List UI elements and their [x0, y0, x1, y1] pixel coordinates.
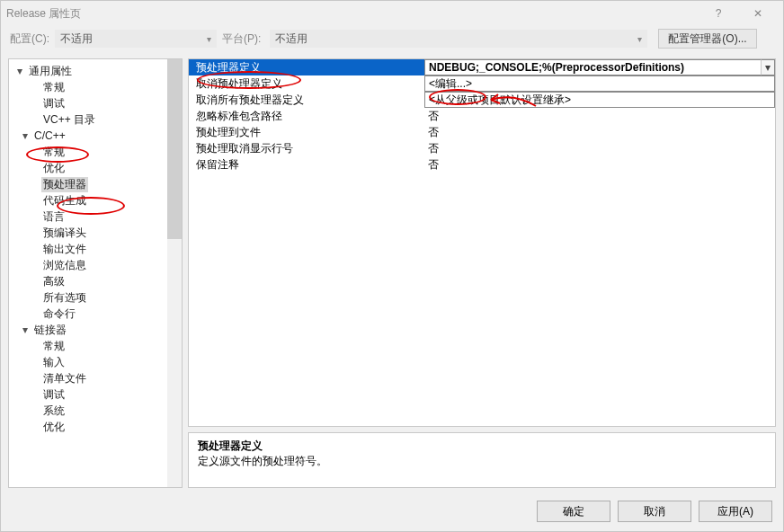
- chevron-down-icon: ▾: [207, 34, 211, 44]
- window-title: Release 属性页: [6, 6, 81, 22]
- platform-label: 平台(P):: [222, 31, 261, 47]
- tree-node[interactable]: 所有选项: [9, 289, 182, 306]
- grid-value[interactable]: 否: [424, 124, 775, 140]
- tree-node[interactable]: 输入: [9, 354, 182, 370]
- tree[interactable]: ▾通用属性常规调试VC++ 目录▾C/C++常规优化预处理器代码生成语言预编译头…: [8, 58, 183, 488]
- tree-node[interactable]: 调试: [9, 95, 182, 111]
- tree-node-label: 优化: [41, 161, 67, 176]
- description-body: 定义源文件的预处理符号。: [198, 454, 766, 469]
- platform-value: 不适用: [275, 31, 307, 47]
- tree-node-label: 调试: [41, 96, 67, 111]
- tree-node[interactable]: 优化: [9, 419, 182, 435]
- grid-row[interactable]: 预处理取消显示行号否: [189, 140, 775, 156]
- tree-node-label: 命令行: [41, 306, 77, 322]
- grid-label: 取消所有预处理器定义: [189, 92, 424, 108]
- tree-node-label: 常规: [41, 145, 67, 160]
- tree-node-label: VC++ 目录: [41, 112, 97, 128]
- grid-row[interactable]: 忽略标准包含路径否: [189, 108, 775, 124]
- grid-label: 预处理取消显示行号: [189, 140, 424, 156]
- grid-value[interactable]: NDEBUG;_CONSOLE;%(PreprocessorDefinition…: [424, 59, 761, 75]
- tree-node-label: 清单文件: [41, 371, 88, 386]
- grid-label: 忽略标准包含路径: [189, 108, 424, 124]
- grid-label: 取消预处理器定义: [189, 75, 424, 92]
- tree-node[interactable]: 浏览信息: [9, 257, 182, 273]
- tree-node[interactable]: VC++ 目录: [9, 111, 182, 128]
- tree-node[interactable]: ▾链接器: [9, 322, 182, 338]
- config-manager-button[interactable]: 配置管理器(O)...: [658, 29, 756, 49]
- grid-row[interactable]: 保留注释否: [189, 156, 775, 173]
- tree-node-label: 所有选项: [41, 290, 88, 306]
- grid-label: 预处理到文件: [189, 124, 424, 140]
- grid-value[interactable]: <编辑...>: [424, 75, 775, 92]
- tree-node[interactable]: 调试: [9, 386, 182, 403]
- cancel-button[interactable]: 取消: [618, 501, 691, 522]
- expand-icon[interactable]: ▾: [20, 129, 31, 142]
- grid-label: 预处理器定义: [189, 59, 424, 75]
- tree-node-label: 调试: [41, 387, 67, 403]
- tree-node[interactable]: 高级: [9, 273, 182, 289]
- grid-value[interactable]: 否: [424, 108, 775, 124]
- description-heading: 预处理器定义: [198, 439, 766, 454]
- tree-node[interactable]: 清单文件: [9, 370, 182, 386]
- scrollbar-track[interactable]: [167, 59, 182, 487]
- grid-label: 保留注释: [189, 156, 424, 173]
- tree-node-label: 输出文件: [41, 242, 88, 257]
- grid-row[interactable]: 预处理器定义NDEBUG;_CONSOLE;%(PreprocessorDefi…: [189, 59, 775, 75]
- tree-node-label: 代码生成: [41, 193, 88, 208]
- tree-node[interactable]: 预处理器: [9, 176, 182, 192]
- tree-node-label: 常规: [41, 80, 67, 95]
- titlebar: Release 属性页 ? ✕: [1, 1, 783, 26]
- footer: 确定 取消 应用(A): [537, 501, 772, 522]
- config-row: 配置(C): 不适用 ▾ 平台(P): 不适用 ▾ 配置管理器(O)...: [1, 26, 783, 51]
- tree-node[interactable]: 常规: [9, 144, 182, 160]
- tree-node[interactable]: 预编译头: [9, 225, 182, 241]
- grid-row[interactable]: 取消所有预处理器定义<从父级或项目默认设置继承>: [189, 92, 775, 108]
- tree-node-label: 高级: [41, 274, 67, 289]
- tree-node-label: 通用属性: [27, 64, 74, 79]
- expand-icon[interactable]: ▾: [14, 65, 25, 77]
- description-panel: 预处理器定义 定义源文件的预处理符号。: [188, 432, 776, 488]
- tree-node[interactable]: 常规: [9, 79, 182, 95]
- grid-row[interactable]: 取消预处理器定义<编辑...>: [189, 75, 775, 92]
- tree-node-label: 语言: [41, 209, 67, 225]
- tree-node[interactable]: ▾C/C++: [9, 128, 182, 144]
- config-value: 不适用: [60, 31, 93, 47]
- tree-node-label: C/C++: [32, 129, 67, 142]
- grid-value[interactable]: 否: [424, 140, 775, 156]
- tree-node-label: 常规: [41, 339, 67, 354]
- tree-node[interactable]: 优化: [9, 160, 182, 176]
- tree-node-label: 输入: [41, 355, 67, 370]
- dropdown-icon[interactable]: ▾: [761, 59, 775, 75]
- tree-node[interactable]: 命令行: [9, 306, 182, 322]
- help-icon[interactable]: ?: [699, 1, 738, 26]
- tree-node-label: 浏览信息: [41, 258, 88, 273]
- platform-combo[interactable]: 不适用 ▾: [270, 30, 647, 48]
- property-pages-window: Release 属性页 ? ✕ 配置(C): 不适用 ▾ 平台(P): 不适用 …: [0, 0, 784, 532]
- tree-node[interactable]: 输出文件: [9, 241, 182, 257]
- tree-node-label: 系统: [41, 403, 67, 419]
- property-grid[interactable]: 预处理器定义NDEBUG;_CONSOLE;%(PreprocessorDefi…: [188, 58, 776, 427]
- tree-node[interactable]: 语言: [9, 208, 182, 225]
- scrollbar-thumb[interactable]: [167, 59, 182, 239]
- tree-node-label: 预处理器: [41, 177, 88, 192]
- chevron-down-icon: ▾: [637, 34, 642, 44]
- config-combo[interactable]: 不适用 ▾: [55, 30, 217, 48]
- tree-node[interactable]: ▾通用属性: [9, 63, 182, 79]
- apply-button[interactable]: 应用(A): [699, 501, 772, 522]
- expand-icon[interactable]: ▾: [20, 324, 31, 336]
- grid-value[interactable]: 否: [424, 156, 775, 173]
- tree-node[interactable]: 常规: [9, 338, 182, 354]
- tree-node-label: 预编译头: [41, 226, 88, 241]
- close-icon[interactable]: ✕: [738, 1, 778, 26]
- grid-row[interactable]: 预处理到文件否: [189, 124, 775, 140]
- grid-value[interactable]: <从父级或项目默认设置继承>: [424, 92, 775, 108]
- config-label: 配置(C):: [10, 31, 49, 47]
- tree-node[interactable]: 代码生成: [9, 192, 182, 208]
- tree-node-label: 链接器: [32, 323, 68, 338]
- ok-button[interactable]: 确定: [537, 501, 610, 522]
- tree-node-label: 优化: [41, 420, 67, 435]
- tree-node[interactable]: 系统: [9, 403, 182, 419]
